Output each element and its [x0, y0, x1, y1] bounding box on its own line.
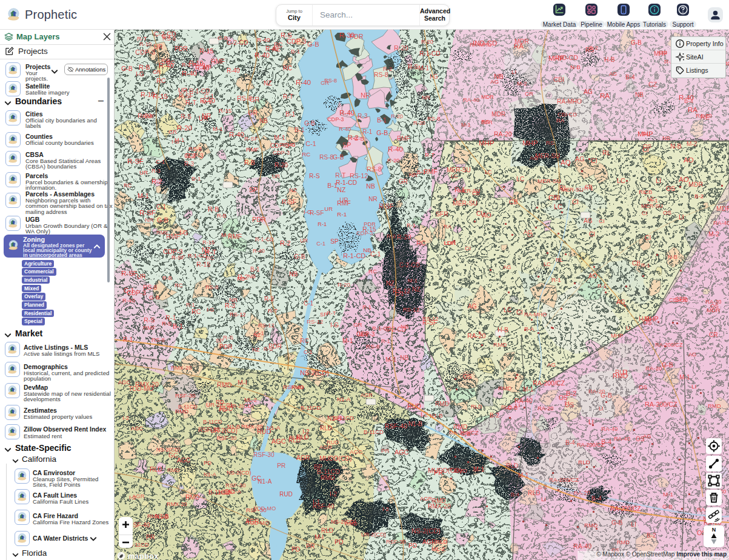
- svg-text:B-1: B-1: [327, 182, 338, 189]
- svg-text:UR-2(CD): UR-2(CD): [361, 532, 386, 538]
- svg-text:RC: RC: [416, 239, 426, 247]
- svg-text:AG: AG: [468, 303, 477, 310]
- svg-text:RA-20: RA-20: [645, 365, 662, 372]
- svg-text:R-30: R-30: [339, 32, 355, 39]
- svg-text:R-40: R-40: [339, 126, 351, 132]
- svg-text:MER-SU: MER-SU: [535, 153, 560, 159]
- svg-text:NZ: NZ: [412, 285, 421, 293]
- svg-text:NB: NB: [662, 135, 670, 141]
- svg-text:R-SF: R-SF: [127, 158, 144, 165]
- svg-text:RC: RC: [368, 268, 377, 275]
- svg-text:R-3: R-3: [184, 161, 195, 167]
- svg-text:RMD: RMD: [617, 539, 630, 545]
- svg-text:R-40: R-40: [200, 97, 215, 104]
- svg-text:AGR: AGR: [296, 455, 310, 461]
- svg-text:CI: CI: [645, 235, 651, 241]
- svg-text:B-11CD: B-11CD: [203, 419, 222, 425]
- svg-text:GR: GR: [250, 96, 259, 103]
- svg-text:RS-8: RS-8: [324, 78, 337, 84]
- svg-text:MHP: MHP: [522, 139, 538, 147]
- svg-text:RC: RC: [124, 182, 132, 188]
- svg-text:N1-B: N1-B: [227, 424, 240, 430]
- svg-text:RA-40: RA-40: [573, 542, 591, 550]
- svg-text:RC: RC: [175, 282, 183, 288]
- svg-text:RS-8: RS-8: [367, 165, 382, 173]
- svg-text:I-G: I-G: [330, 322, 339, 328]
- svg-text:M-I: M-I: [238, 379, 247, 386]
- svg-text:R-1: R-1: [551, 276, 561, 283]
- svg-text:R-1: R-1: [186, 302, 195, 308]
- svg-text:LI: LI: [541, 496, 546, 502]
- svg-text:R-10: R-10: [139, 41, 151, 47]
- svg-text:RA-40: RA-40: [463, 96, 479, 103]
- svg-text:RMD: RMD: [185, 494, 199, 501]
- svg-text:I-2: I-2: [382, 506, 389, 512]
- svg-text:R-15: R-15: [153, 93, 168, 100]
- svg-text:I-2: I-2: [421, 411, 428, 418]
- svg-text:NZ: NZ: [252, 347, 260, 353]
- svg-text:MHP: MHP: [654, 50, 668, 57]
- svg-text:NZ: NZ: [289, 187, 297, 193]
- svg-text:G-B: G-B: [157, 216, 168, 224]
- svg-text:M-1: M-1: [138, 192, 149, 199]
- svg-text:B-4: B-4: [625, 74, 635, 81]
- svg-text:G-B: G-B: [121, 65, 133, 72]
- svg-text:I-G: I-G: [288, 142, 296, 148]
- svg-text:MDR: MDR: [491, 111, 505, 118]
- svg-text:B-1: B-1: [250, 266, 260, 273]
- svg-text:SP: SP: [216, 337, 224, 344]
- svg-text:R-SF: R-SF: [121, 270, 138, 277]
- svg-text:M-1: M-1: [213, 125, 223, 132]
- svg-text:R-3: R-3: [225, 302, 235, 309]
- svg-text:RLD: RLD: [150, 466, 162, 473]
- svg-text:UR: UR: [339, 197, 348, 204]
- svg-text:MHP: MHP: [479, 139, 494, 147]
- svg-text:RC: RC: [274, 42, 283, 48]
- svg-text:RMX-20: RMX-20: [171, 364, 191, 371]
- svg-text:RMX-20: RMX-20: [428, 503, 451, 510]
- svg-text:C-2-CD: C-2-CD: [227, 39, 248, 46]
- svg-text:RS-12: RS-12: [258, 322, 275, 328]
- svg-text:CB: CB: [585, 184, 593, 190]
- svg-text:R-1: R-1: [641, 262, 650, 268]
- svg-text:CI: CI: [516, 308, 523, 316]
- svg-text:CDP-3: CDP-3: [287, 38, 307, 45]
- svg-text:PR: PR: [306, 542, 315, 550]
- svg-text:R-1: R-1: [123, 336, 133, 343]
- svg-text:GR: GR: [168, 128, 177, 135]
- svg-text:R-1: R-1: [649, 198, 658, 204]
- svg-text:R-20: R-20: [387, 157, 399, 164]
- svg-text:LC: LC: [504, 307, 511, 313]
- svg-text:CR: CR: [709, 332, 717, 338]
- svg-text:R-20: R-20: [338, 281, 351, 288]
- svg-text:CBI: CBI: [553, 76, 564, 83]
- svg-text:G-B: G-B: [662, 361, 673, 368]
- svg-text:RUD: RUD: [219, 490, 231, 496]
- svg-text:UR: UR: [199, 115, 208, 122]
- svg-text:RS: RS: [546, 139, 554, 146]
- svg-text:B-11CD: B-11CD: [178, 404, 198, 410]
- svg-text:SFR: SFR: [481, 119, 493, 125]
- svg-text:RMF: RMF: [142, 113, 155, 119]
- svg-text:AGR: AGR: [422, 539, 436, 545]
- svg-text:B-2: B-2: [490, 412, 499, 419]
- svg-text:RMD: RMD: [217, 381, 232, 388]
- svg-text:B-1: B-1: [173, 322, 183, 330]
- svg-text:RE: RE: [701, 113, 710, 121]
- svg-text:AGC: AGC: [350, 448, 362, 455]
- svg-text:SP: SP: [249, 186, 258, 193]
- svg-text:LI: LI: [622, 368, 628, 376]
- svg-text:LI: LI: [691, 383, 696, 390]
- svg-text:C-1: C-1: [305, 140, 316, 147]
- svg-text:N-B: N-B: [670, 142, 682, 150]
- svg-text:AO: AO: [588, 273, 598, 279]
- svg-text:NZ: NZ: [253, 332, 261, 338]
- svg-text:RS-8: RS-8: [319, 154, 334, 161]
- svg-text:CBI: CBI: [548, 194, 560, 201]
- svg-text:RS-8: RS-8: [374, 72, 388, 78]
- svg-text:M-1: M-1: [342, 338, 353, 344]
- svg-text:RMX-20: RMX-20: [135, 381, 159, 388]
- svg-text:RSF-30: RSF-30: [198, 426, 220, 433]
- svg-text:R-1-CD: R-1-CD: [255, 236, 274, 242]
- svg-text:AGR: AGR: [361, 392, 373, 398]
